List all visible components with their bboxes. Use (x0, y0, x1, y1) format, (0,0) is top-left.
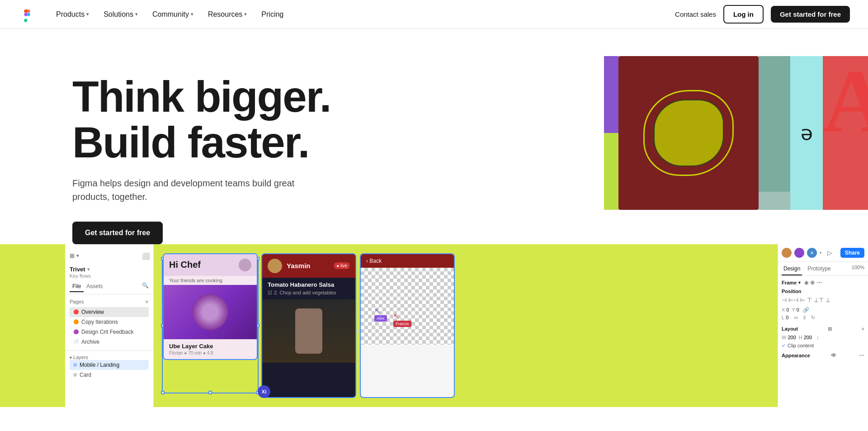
position-label: Position (782, 289, 864, 294)
sidebar-pages-section: Pages + 🔴 Overview 🟠 Copy Iterations 🟣 D… (65, 294, 153, 349)
layout-toggle-icon[interactable]: ⬜ (142, 252, 150, 260)
layers-label: ▾ Layers (70, 355, 149, 360)
align-bottom-icon[interactable]: ⊥ (826, 297, 830, 303)
francis-cursor-group: ↖ Francis (393, 313, 411, 327)
nav-item-solutions[interactable]: Solutions ▾ (98, 7, 143, 22)
frame-icon-2[interactable]: ⊕ (810, 279, 815, 286)
ps-cake-image (164, 285, 257, 339)
cake-name: Ube Layer Cake (169, 343, 251, 350)
hero-title: Think bigger. Build faster. (72, 74, 389, 166)
coord-l: L 0 (782, 315, 788, 321)
layer-mobile-landing[interactable]: ⊞ Mobile / Landing (70, 360, 149, 370)
frame-icon-3[interactable]: ⋯ (816, 279, 822, 286)
sidebar-tabs: File Assets 🔍 (65, 279, 153, 294)
align-right-icon[interactable]: ⊢ (800, 297, 805, 303)
clip-checkmark[interactable]: ✓ (782, 343, 786, 349)
handle-bm[interactable] (208, 391, 212, 394)
ps-header: Hi Chef (164, 254, 257, 276)
nav-item-pricing[interactable]: Pricing (256, 7, 289, 22)
coord-row-l: L 0 ⇔ ⇕ ↻ (782, 315, 864, 321)
cake-meta: Florian ● 70 min ● 4.8 (169, 350, 251, 355)
frame-dropdown-icon[interactable]: ▾ (798, 280, 801, 285)
sidebar-tool[interactable]: ⊞ ▾ (70, 252, 79, 259)
frame-icon-1[interactable]: ◈ (804, 279, 808, 286)
ps-info: Ube Layer Cake Florian ● 70 min ● 4.8 (164, 339, 257, 359)
tab-prototype[interactable]: Prototype (806, 265, 832, 275)
width-field: W 200 (782, 335, 796, 340)
layout-expand-icon[interactable]: ⊞ (828, 326, 832, 332)
constrain-icon[interactable]: ↕ (816, 335, 819, 340)
search-icon[interactable]: 🔍 (142, 282, 149, 292)
eye-icon[interactable]: 👁 (831, 352, 836, 359)
checker-pattern (361, 268, 454, 345)
cursor-arrow-alex: ↖ (374, 308, 380, 315)
contact-sales-link[interactable]: Contact sales (675, 10, 716, 18)
page-archive[interactable]: 📄 Archive (70, 337, 149, 347)
align-middle-v-icon[interactable]: ⊥⊤ (814, 297, 824, 303)
add-page-icon[interactable]: + (145, 298, 149, 305)
screen-yasmin: Yasmin ● live Tomato Habanero Salsa ☑ 2.… (261, 253, 356, 398)
francis-cursor-label: Francis (393, 321, 411, 327)
flip-v-icon[interactable]: ⇕ (802, 315, 807, 321)
hero-shape-inner (654, 99, 724, 166)
ps-subtitle: Your friends are cooking (164, 276, 257, 285)
align-left-icon[interactable]: ⊣ (782, 297, 787, 303)
tab-file[interactable]: File (70, 282, 84, 292)
nav-right: Contact sales Log in Get started for fre… (675, 5, 850, 24)
page-overview[interactable]: 🔴 Overview (70, 307, 149, 317)
navbar: Products ▾ Solutions ▾ Community ▾ Resou… (0, 0, 868, 29)
purple-bar (604, 56, 618, 133)
ws-header: ‹ Back (361, 254, 454, 268)
chevron-down-icon: ▾ (86, 11, 89, 17)
zoom-level: 100% (852, 265, 864, 275)
more-icon[interactable]: ⋯ (859, 352, 864, 359)
nav-item-community[interactable]: Community ▾ (147, 7, 199, 22)
ds-header: Yasmin ● live (262, 254, 355, 278)
login-button[interactable]: Log in (723, 5, 764, 24)
sidebar-project: Trivet ▾ Key flows (65, 264, 153, 279)
ds-video (262, 299, 355, 363)
rotate-icon[interactable]: ↻ (811, 315, 815, 321)
page-copy-iterations[interactable]: 🟠 Copy Iterations (70, 317, 149, 327)
link-icon[interactable]: 🔗 (803, 307, 809, 313)
page-design-crit[interactable]: 🟣 Design Crit Feedback (70, 327, 149, 337)
chevron-down-icon: ▾ (191, 11, 193, 17)
ds-person-shape (295, 308, 322, 354)
chevron-down-icon: ▾ (244, 11, 247, 17)
hero-canvas-card (618, 56, 759, 210)
page-icon: 🔴 (73, 309, 79, 314)
layout-add-icon[interactable]: + (862, 326, 864, 332)
big-a-letter: A (823, 56, 868, 147)
lime-bar (604, 133, 618, 210)
avatar-dropdown-icon[interactable]: ▾ (820, 251, 822, 255)
ds-live-badge: ● live (334, 262, 350, 269)
layout-label: Layout ⊞ + (782, 326, 864, 332)
cake-circle (192, 294, 228, 330)
nav-item-resources[interactable]: Resources ▾ (203, 7, 252, 22)
nav-left: Products ▾ Solutions ▾ Community ▾ Resou… (18, 5, 289, 24)
clip-content-row: ✓ Clip content (782, 343, 864, 349)
nav-item-products[interactable]: Products ▾ (51, 7, 94, 22)
sidebar-layers-section: ▾ Layers ⊞ Mobile / Landing ⊞ Card (65, 350, 153, 382)
hero-teal-panel (759, 56, 790, 210)
get-started-nav-button[interactable]: Get started for free (771, 6, 850, 23)
play-icon[interactable]: ▷ (827, 249, 832, 256)
rp-frame-section: Frame ▾ ◈ ⊕ ⋯ Position ⊣ ⊢⊣ ⊢ ⊤ ⊥⊤ ⊥ (778, 276, 868, 326)
align-top-icon[interactable]: ⊤ (807, 297, 812, 303)
align-center-h-icon[interactable]: ⊢⊣ (788, 297, 798, 303)
flip-h-icon[interactable]: ⇔ (794, 315, 798, 321)
get-started-hero-button[interactable]: Get started for free (72, 222, 163, 244)
cursor-arrow-francis: ↖ (393, 313, 399, 320)
project-dropdown-icon[interactable]: ▾ (87, 267, 90, 272)
share-button[interactable]: Share (840, 248, 864, 258)
check-icon: ☑ (268, 290, 272, 296)
spiral-icon: ə (801, 122, 813, 145)
hero-red-a-card: A (823, 56, 868, 210)
height-field: H 200 (799, 335, 812, 340)
layer-card[interactable]: ⊞ Card (70, 370, 149, 380)
handle-bl[interactable] (161, 391, 165, 394)
tab-design[interactable]: Design (782, 265, 802, 275)
figma-mockup: ⊞ ▾ ⬜ Trivet ▾ Key flows File Assets 🔍 P (65, 244, 868, 407)
xi-avatar: Xi (258, 385, 270, 398)
tab-assets[interactable]: Assets (84, 282, 105, 292)
